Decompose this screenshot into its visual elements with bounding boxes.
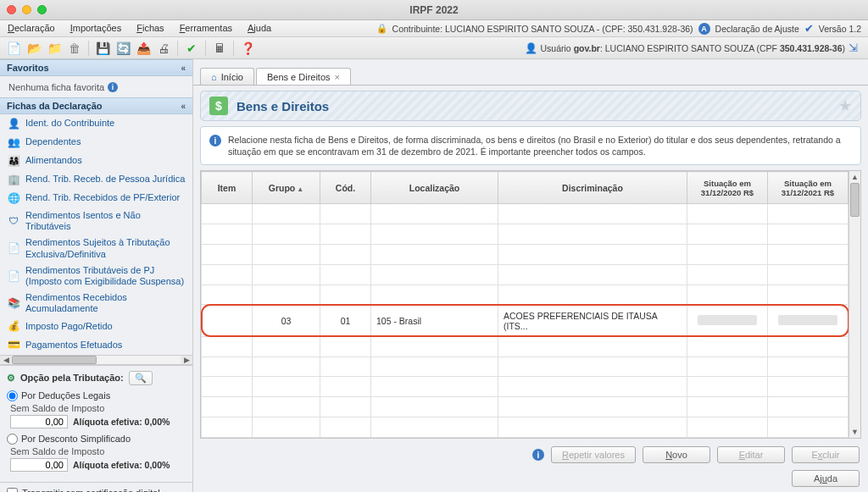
sidebar: Favoritos« Nenhuma ficha favorita i Fich… [0, 59, 193, 492]
sidebar-h-scrollbar[interactable]: ◀ ▶ [0, 355, 192, 365]
scroll-right-icon[interactable]: ▶ [181, 356, 192, 364]
tb-refresh-icon[interactable]: 🔄 [114, 40, 131, 57]
tb-help-icon[interactable]: ❓ [239, 40, 256, 57]
table-row[interactable] [202, 204, 849, 224]
close-window-button[interactable] [7, 5, 16, 14]
version-icon: ✔ [804, 22, 814, 35]
menu-declaracao[interactable]: Declaração [0, 20, 63, 36]
titlebar: IRPF 2022 [0, 0, 868, 20]
contribuinte-label: Contribuinte: LUCIANO ESPIRITO SANTO SOU… [392, 24, 693, 34]
declaracao-tipo: Declaração de Ajuste [715, 24, 799, 34]
table-row[interactable] [202, 377, 849, 397]
col-grupo[interactable]: Grupo▲ [253, 172, 320, 204]
scroll-thumb[interactable] [12, 356, 97, 364]
fichas-header[interactable]: Fichas da Declaração« [0, 97, 192, 114]
ficha-trib-exclusiva[interactable]: 📄Rendimentos Sujeitos à Tributação Exclu… [0, 235, 192, 262]
info-icon[interactable]: i [532, 449, 544, 461]
table-row[interactable] [202, 397, 849, 417]
scroll-up-icon[interactable]: ▲ [849, 171, 860, 183]
doc-icon: 📄 [7, 269, 20, 283]
ficha-imposto-pago[interactable]: 💰Imposto Pago/Retido [0, 318, 192, 336]
col-cod[interactable]: Cód. [320, 172, 371, 204]
col-situacao-2021[interactable]: Situação em 31/12/2021 R$ [768, 172, 849, 204]
favorite-star-icon[interactable]: ★ [838, 97, 852, 115]
home-icon: ⌂ [211, 72, 217, 82]
menu-ajuda[interactable]: Ajuda [240, 20, 279, 36]
radio-deducoes-legais[interactable]: Por Deduções Legais [7, 390, 186, 401]
tab-inicio[interactable]: ⌂ Início [200, 68, 254, 85]
menu-importacoes[interactable]: Importações [63, 20, 130, 36]
sem-saldo-2: Sem Saldo de Imposto [10, 446, 186, 456]
user-label: Usuário gov.br: LUCIANO ESPIRITO SANTO S… [541, 43, 845, 53]
tb-check-icon[interactable]: ✔ [183, 40, 200, 57]
valor-deducoes-input [10, 415, 68, 428]
ficha-rend-acumulada[interactable]: 📚Rendimentos Recebidos Acumuladamente [0, 290, 192, 317]
table-row[interactable] [202, 224, 849, 245]
maximize-window-button[interactable] [37, 5, 47, 14]
tb-open-icon[interactable]: 📂 [25, 40, 42, 57]
editar-button[interactable]: Editar [717, 446, 785, 463]
table-row[interactable] [202, 357, 849, 377]
col-situacao-2020[interactable]: Situação em 31/12/2020 R$ [687, 172, 768, 204]
valor-simplificado-input [10, 458, 68, 472]
doc-icon: 📄 [7, 242, 20, 256]
person-icon: 👤 [7, 117, 20, 130]
version-label: Versão 1.2 [819, 24, 861, 34]
table-row[interactable] [202, 417, 849, 438]
close-tab-icon[interactable]: × [335, 72, 340, 82]
scroll-down-icon[interactable]: ▼ [849, 426, 860, 438]
masked-value [698, 315, 757, 325]
tb-new-icon[interactable]: 📄 [5, 40, 22, 57]
action-bar: i Repetir valores Novo Editar Excluir [200, 444, 861, 465]
menu-ferramentas[interactable]: Ferramentas [172, 20, 240, 36]
tb-import-icon[interactable]: 📁 [46, 40, 63, 57]
table-v-scrollbar[interactable]: ▲ ▼ [849, 171, 860, 438]
minimize-window-button[interactable] [22, 5, 31, 14]
shield-icon: 🛡 [7, 214, 20, 228]
col-discriminacao[interactable]: Discriminação [498, 172, 687, 204]
table-row[interactable] [202, 264, 849, 285]
tab-bens-direitos[interactable]: Bens e Direitos × [256, 68, 351, 85]
radio-desconto-simplificado[interactable]: Por Desconto Simplificado [7, 434, 186, 445]
tb-delete-icon[interactable]: 🗑 [66, 40, 83, 57]
cert-checkbox[interactable] [7, 488, 18, 493]
table-row[interactable] [202, 244, 849, 264]
menu-fichas[interactable]: Fichas [129, 20, 171, 36]
ajuda-button[interactable]: Ajuda [792, 470, 860, 487]
ficha-pagamentos[interactable]: 💳Pagamentos Efetuados [0, 336, 192, 355]
repetir-valores-button[interactable]: Repetir valores [551, 446, 636, 463]
ficha-alimentandos[interactable]: 👨‍👩‍👧Alimentandos [0, 152, 192, 170]
sort-asc-icon: ▲ [297, 185, 303, 193]
tb-export-icon[interactable]: 📤 [135, 40, 152, 57]
tb-calc-icon[interactable]: 🖩 [211, 40, 228, 57]
info-icon: i [209, 135, 221, 146]
logout-icon[interactable]: ⇲ [849, 41, 858, 54]
novo-button[interactable]: Novo [643, 446, 710, 463]
ficha-rend-pj[interactable]: 🏢Rend. Trib. Receb. de Pessoa Jurídica [0, 170, 192, 189]
tb-save-icon[interactable]: 💾 [94, 40, 111, 57]
excluir-button[interactable]: Excluir [792, 446, 860, 463]
tb-print-icon[interactable]: 🖨 [155, 40, 172, 57]
card-icon: 💳 [7, 339, 20, 352]
bens-table: Item Grupo▲ Cód. Localização Discriminaç… [201, 171, 849, 438]
scroll-thumb[interactable] [850, 183, 860, 217]
favoritos-header[interactable]: Favoritos« [0, 59, 192, 76]
page-header: $ Bens e Direitos ★ [200, 91, 861, 121]
col-localizacao[interactable]: Localização [371, 172, 498, 204]
table-row[interactable] [202, 336, 849, 357]
window-title: IRPF 2022 [409, 4, 458, 16]
menubar: Declaração Importações Fichas Ferramenta… [0, 20, 868, 37]
ficha-ident-contribuinte[interactable]: 👤Ident. do Contribuinte [0, 114, 192, 133]
ficha-isentos[interactable]: 🛡Rendimentos Isentos e Não Tributáveis [0, 207, 192, 235]
bens-icon: $ [209, 97, 228, 115]
people-icon: 👨‍👩‍👧 [7, 154, 20, 168]
table-row-selected[interactable]: 03 01 105 - Brasil ACOES PREFERENCIAIS D… [202, 305, 849, 336]
search-button[interactable]: 🔍 [129, 371, 153, 385]
ficha-dependentes[interactable]: 👥Dependentes [0, 133, 192, 152]
col-item[interactable]: Item [202, 172, 253, 204]
scroll-left-icon[interactable]: ◀ [0, 356, 12, 364]
table-row[interactable] [202, 285, 849, 305]
ficha-trib-pj-susp[interactable]: 📄Rendimentos Tributáveis de PJ (Imposto … [0, 263, 192, 290]
ficha-rend-pf-exterior[interactable]: 🌐Rend. Trib. Recebidos de PF/Exterior [0, 189, 192, 207]
info-icon[interactable]: i [108, 82, 118, 92]
